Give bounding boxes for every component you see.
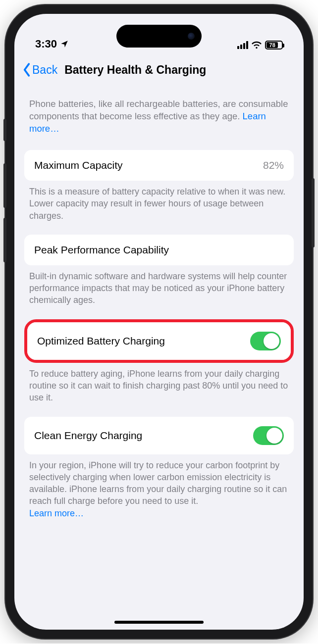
wifi-icon: [251, 40, 262, 50]
phone-frame: 3:30 78: [5, 5, 313, 639]
status-left: 3:30: [35, 38, 69, 50]
home-indicator[interactable]: [114, 621, 204, 624]
peak-performance-label: Peak Performance Capability: [34, 244, 169, 256]
content: Phone batteries, like all rechargeable b…: [14, 85, 304, 519]
back-label: Back: [32, 63, 57, 77]
screen: 3:30 78: [14, 14, 304, 630]
peak-performance-footer: Built-in dynamic software and hardware s…: [24, 265, 294, 306]
volume-up-button: [3, 163, 6, 208]
peak-performance-cell[interactable]: Peak Performance Capability: [24, 235, 294, 265]
optimized-charging-footer: To reduce battery aging, iPhone learns f…: [24, 363, 294, 404]
optimized-charging-cell[interactable]: Optimized Battery Charging: [27, 322, 291, 360]
location-icon: [60, 40, 69, 49]
clean-energy-footer: In your region, iPhone will try to reduc…: [24, 454, 294, 519]
intro-text: Phone batteries, like all rechargeable b…: [24, 85, 294, 137]
mute-switch: [3, 119, 6, 141]
status-right: 78: [237, 40, 283, 50]
nav-bar: Back Battery Health & Charging: [14, 53, 304, 85]
cellular-icon: [237, 41, 248, 49]
highlight-ring: Optimized Battery Charging: [24, 319, 294, 363]
max-capacity-value: 82%: [263, 159, 284, 171]
clean-energy-toggle[interactable]: [253, 426, 284, 445]
clean-energy-learn-more-link[interactable]: Learn more…: [29, 508, 84, 518]
max-capacity-footer: This is a measure of battery capacity re…: [24, 181, 294, 222]
clean-energy-label: Clean Energy Charging: [34, 430, 142, 442]
chevron-left-icon: [21, 62, 32, 77]
max-capacity-label: Maximum Capacity: [34, 159, 123, 171]
battery-icon: 78: [265, 41, 283, 50]
power-button: [312, 178, 315, 248]
dynamic-island: [116, 25, 202, 48]
status-time: 3:30: [35, 38, 57, 50]
volume-down-button: [3, 218, 6, 262]
clean-energy-cell[interactable]: Clean Energy Charging: [24, 417, 294, 454]
optimized-charging-toggle[interactable]: [250, 332, 281, 350]
back-button[interactable]: Back: [21, 62, 57, 77]
battery-percent: 78: [266, 42, 278, 48]
max-capacity-cell[interactable]: Maximum Capacity 82%: [24, 150, 294, 181]
optimized-charging-label: Optimized Battery Charging: [37, 335, 165, 347]
page-title: Battery Health & Charging: [64, 63, 206, 77]
